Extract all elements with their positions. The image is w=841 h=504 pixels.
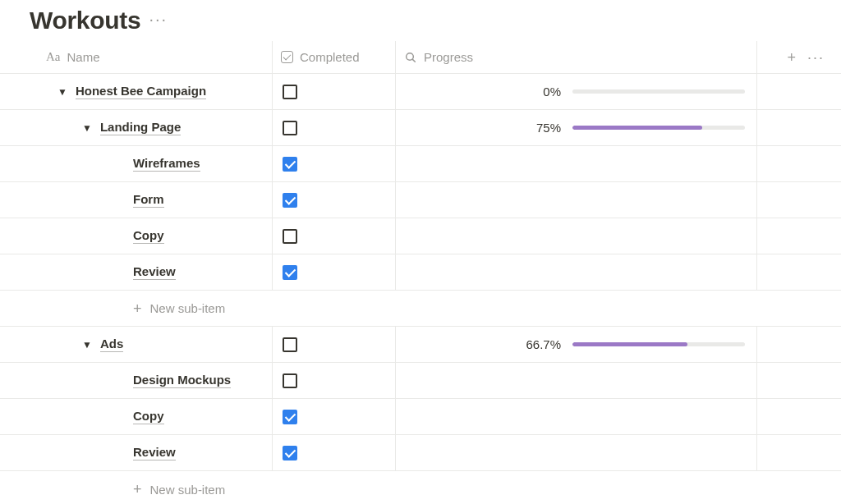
completed-cell: [273, 399, 396, 434]
item-title[interactable]: Review: [133, 264, 176, 280]
table-options-dots-icon[interactable]: ···: [807, 50, 825, 65]
progress-bar: [572, 126, 745, 130]
progress-bar-fill: [572, 342, 687, 346]
table-row: Design Mockups: [0, 363, 841, 399]
checkbox-icon: [281, 51, 293, 63]
completed-checkbox[interactable]: [283, 446, 297, 460]
progress-value: 0%: [543, 85, 561, 99]
progress-bar: [572, 342, 745, 346]
completed-checkbox[interactable]: [283, 229, 297, 244]
new-sub-item-label: New sub-item: [150, 301, 226, 315]
row-tail: [757, 110, 841, 145]
name-cell[interactable]: ▼Landing Page: [0, 110, 273, 145]
completed-checkbox[interactable]: [283, 157, 297, 172]
table-row: ▼Ads66.7%: [0, 327, 841, 363]
completed-checkbox[interactable]: [283, 373, 297, 388]
table-row: Wireframes: [0, 146, 841, 182]
item-title[interactable]: Copy: [133, 409, 164, 424]
column-header-completed-label: Completed: [300, 50, 360, 64]
svg-line-1: [412, 59, 415, 62]
completed-checkbox[interactable]: [283, 121, 297, 135]
name-cell[interactable]: Wireframes: [0, 146, 273, 181]
completed-cell: [273, 327, 396, 362]
completed-cell: [273, 74, 396, 109]
progress-cell: [396, 146, 757, 181]
name-cell[interactable]: Review: [0, 435, 273, 470]
progress-cell: [396, 254, 757, 290]
progress-cell: 66.7%: [396, 327, 757, 362]
toggle-expand-icon[interactable]: ▼: [82, 123, 92, 133]
item-title[interactable]: Copy: [133, 228, 164, 244]
table-header: Aa Name Completed Progress + ···: [0, 41, 841, 74]
completed-checkbox[interactable]: [283, 337, 297, 352]
completed-cell: [273, 218, 396, 254]
completed-cell: [273, 254, 396, 290]
completed-cell: [273, 363, 396, 398]
completed-cell: [273, 146, 396, 181]
row-tail: [757, 74, 841, 109]
column-header-progress[interactable]: Progress: [396, 41, 757, 73]
new-sub-item-row[interactable]: +New sub-item: [0, 471, 841, 504]
completed-checkbox[interactable]: [283, 410, 297, 424]
column-header-progress-label: Progress: [424, 50, 473, 64]
toggle-expand-icon[interactable]: ▼: [57, 87, 67, 97]
progress-value: 75%: [536, 121, 561, 135]
progress-cell: 0%: [396, 74, 757, 109]
progress-cell: [396, 182, 757, 218]
progress-bar: [572, 89, 745, 94]
completed-checkbox[interactable]: [283, 85, 297, 99]
progress-bar-fill: [572, 126, 702, 130]
name-cell[interactable]: Copy: [0, 399, 273, 434]
table-row: Copy: [0, 218, 841, 254]
completed-cell: [273, 110, 396, 145]
page-title[interactable]: Workouts: [30, 7, 140, 34]
table-row: Review: [0, 435, 841, 471]
name-cell[interactable]: Design Mockups: [0, 363, 273, 398]
name-cell[interactable]: ▼Honest Bee Campaign: [0, 74, 273, 109]
completed-checkbox[interactable]: [283, 265, 297, 280]
row-tail: [757, 182, 841, 218]
page-menu-dots-icon[interactable]: ···: [149, 11, 168, 30]
progress-value: 66.7%: [526, 337, 561, 351]
item-title[interactable]: Review: [133, 445, 176, 460]
row-tail: [757, 218, 841, 254]
progress-cell: [396, 399, 757, 434]
completed-checkbox[interactable]: [283, 193, 297, 208]
table-row: Form: [0, 182, 841, 218]
table-row: Copy: [0, 399, 841, 435]
row-tail: [757, 435, 841, 470]
row-tail: [757, 146, 841, 181]
item-title[interactable]: Honest Bee Campaign: [76, 84, 206, 99]
name-cell[interactable]: Copy: [0, 218, 273, 254]
item-title[interactable]: Landing Page: [100, 120, 181, 135]
progress-cell: [396, 218, 757, 254]
completed-cell: [273, 435, 396, 470]
row-tail: [757, 254, 841, 290]
row-tail: [757, 399, 841, 434]
progress-cell: [396, 435, 757, 470]
row-tail: [757, 363, 841, 398]
text-type-icon: Aa: [46, 50, 61, 64]
name-cell[interactable]: Form: [0, 182, 273, 218]
plus-icon: +: [133, 482, 142, 497]
table-row: ▼Honest Bee Campaign0%: [0, 74, 841, 110]
item-title[interactable]: Design Mockups: [133, 373, 231, 388]
name-cell[interactable]: Review: [0, 254, 273, 290]
item-title[interactable]: Form: [133, 192, 164, 208]
item-title[interactable]: Ads: [100, 337, 123, 352]
table-row: Review: [0, 254, 841, 291]
item-title[interactable]: Wireframes: [133, 156, 200, 172]
column-header-name-label: Name: [67, 50, 100, 64]
plus-icon: +: [133, 301, 142, 316]
progress-cell: 75%: [396, 110, 757, 145]
row-tail: [757, 327, 841, 362]
name-cell[interactable]: ▼Ads: [0, 327, 273, 362]
search-icon: [404, 51, 417, 64]
column-header-name[interactable]: Aa Name: [30, 41, 273, 73]
new-sub-item-row[interactable]: +New sub-item: [0, 291, 841, 327]
add-column-button[interactable]: +: [787, 50, 796, 65]
column-header-completed[interactable]: Completed: [273, 41, 396, 73]
toggle-expand-icon[interactable]: ▼: [82, 340, 92, 350]
new-sub-item-label: New sub-item: [150, 483, 226, 497]
progress-cell: [396, 363, 757, 398]
